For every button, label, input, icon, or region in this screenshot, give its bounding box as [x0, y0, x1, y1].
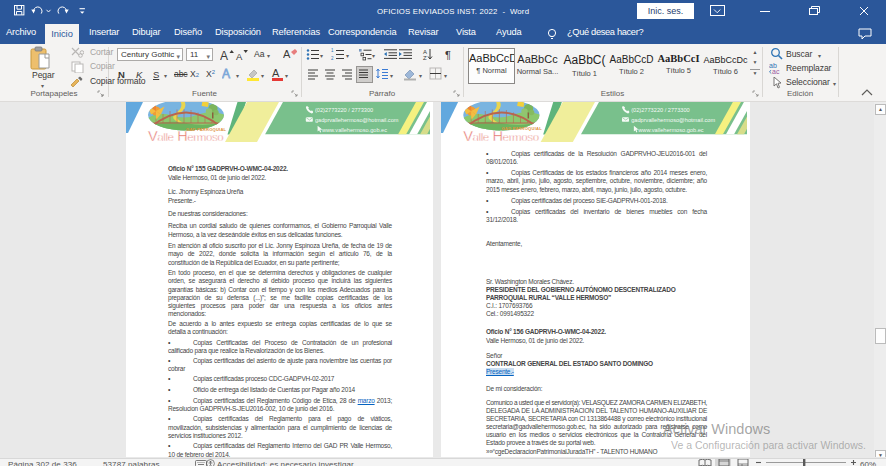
svg-text:1: 1 [331, 48, 334, 53]
svg-text:¶: ¶ [445, 49, 451, 61]
svg-text:A: A [272, 67, 280, 79]
svg-text:Z: Z [423, 55, 427, 61]
svg-text:A: A [222, 67, 230, 80]
svg-text:A: A [220, 49, 228, 62]
svg-text:ac: ac [772, 68, 780, 75]
svg-text:A: A [283, 48, 291, 60]
svg-text:A: A [236, 51, 243, 62]
svg-text:2: 2 [331, 56, 334, 61]
